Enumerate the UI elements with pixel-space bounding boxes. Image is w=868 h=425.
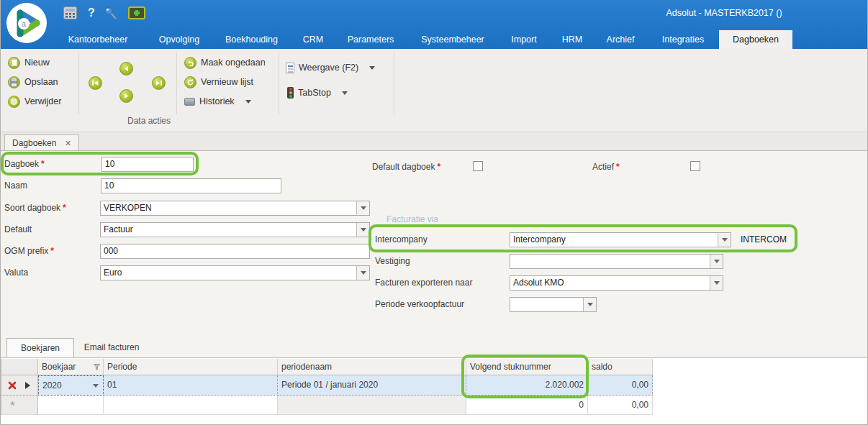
close-tab-icon[interactable]: × bbox=[65, 137, 71, 149]
save-icon bbox=[8, 76, 20, 88]
dropdown-arrow-icon[interactable] bbox=[90, 376, 101, 395]
ribbon-separator bbox=[78, 52, 79, 114]
dropdown-arrow-icon[interactable] bbox=[356, 201, 369, 215]
menu-item-hrm[interactable]: HRM bbox=[559, 30, 586, 49]
undo-button[interactable]: Maak ongedaan bbox=[184, 55, 266, 70]
form-panel: Dagboek* 10 Naam 10 Soort dagboek* VERKO… bbox=[1, 150, 868, 357]
ribbon-separator bbox=[279, 52, 279, 114]
grid-newrow-boekjaar[interactable] bbox=[38, 396, 104, 415]
menu-item-dagboeken[interactable]: Dagboeken bbox=[719, 30, 792, 49]
dropdown-arrow-icon[interactable] bbox=[710, 255, 723, 268]
menu-item-kantoorbeheer[interactable]: Kantoorbeheer bbox=[62, 30, 134, 49]
facturen-exporteren-select[interactable]: Adsolut KMO bbox=[510, 275, 723, 291]
menu-item-opvolging[interactable]: Opvolging bbox=[153, 30, 206, 49]
calculator-icon[interactable] bbox=[61, 4, 78, 22]
previous-record-button[interactable] bbox=[119, 62, 133, 76]
menu-item-boekhouding[interactable]: Boekhouding bbox=[221, 30, 282, 49]
next-record-button[interactable] bbox=[119, 89, 133, 103]
delete-row-icon[interactable] bbox=[8, 381, 17, 390]
dagboek-input[interactable]: 10 bbox=[101, 157, 194, 172]
new-button[interactable]: Nieuw bbox=[8, 55, 50, 70]
menu-item-crm[interactable]: CRM bbox=[300, 30, 326, 49]
valuta-select[interactable]: Euro bbox=[100, 265, 370, 280]
grid-cell-boekjaar[interactable]: 2020 bbox=[38, 375, 104, 396]
dropdown-arrow-icon[interactable] bbox=[710, 276, 723, 290]
history-button[interactable]: Historiek bbox=[184, 94, 251, 109]
grid-header-volgend-stuknummer[interactable]: Volgend stuknummer bbox=[466, 359, 588, 375]
naam-label: Naam bbox=[4, 178, 27, 193]
refresh-icon bbox=[184, 76, 196, 88]
undo-icon bbox=[184, 57, 196, 69]
svg-text:a: a bbox=[22, 19, 27, 28]
app-logo-icon: a bbox=[6, 3, 47, 43]
grid-header-periodenaam[interactable]: periodenaam bbox=[278, 359, 466, 375]
grid-header-periode[interactable]: Periode bbox=[104, 359, 278, 375]
menu-item-parameters[interactable]: Parameters bbox=[344, 30, 397, 49]
chevron-down-icon bbox=[245, 100, 251, 106]
menu-item-systeembeheer[interactable]: Systeembeheer bbox=[420, 30, 486, 49]
first-record-button[interactable] bbox=[89, 76, 102, 90]
grid-newrow-volgend-stuknummer[interactable]: 0 bbox=[466, 396, 588, 415]
last-record-button[interactable] bbox=[152, 76, 166, 90]
default-select[interactable]: Factuur bbox=[100, 222, 370, 237]
vestiging-label: Vestiging bbox=[375, 254, 410, 269]
ribbon-separator bbox=[176, 52, 177, 114]
ribbon-group-label: Data acties bbox=[109, 116, 189, 126]
grid-header-boekjaar[interactable]: Boekjaar bbox=[38, 359, 104, 375]
grid-selector-header bbox=[1, 359, 38, 375]
periode-verkoopfactuur-select[interactable] bbox=[510, 297, 597, 312]
title-bar: a ? Adsolut bbox=[1, 0, 868, 49]
valuta-label: Valuta bbox=[4, 265, 28, 280]
dropdown-arrow-icon[interactable] bbox=[356, 266, 369, 280]
current-row-indicator-icon bbox=[25, 382, 34, 389]
grid-newrow-selector: * bbox=[1, 396, 38, 415]
dropdown-arrow-icon[interactable] bbox=[356, 223, 369, 237]
grid-row1-selector bbox=[1, 375, 38, 396]
grid-cell-saldo[interactable]: 0,00 bbox=[588, 375, 653, 396]
grid-header-saldo[interactable]: saldo bbox=[588, 359, 653, 375]
grid-cell-periode[interactable]: 01 bbox=[104, 375, 278, 396]
soort-dagboek-select[interactable]: VERKOPEN bbox=[100, 201, 370, 216]
ogm-prefix-label: OGM prefix* bbox=[4, 244, 54, 259]
menu-item-archief[interactable]: Archief bbox=[600, 30, 641, 49]
new-icon bbox=[8, 57, 20, 69]
tabstop-button[interactable]: TabStop bbox=[287, 86, 348, 100]
dropdown-arrow-icon[interactable] bbox=[718, 233, 731, 247]
menu-item-integraties[interactable]: Integraties bbox=[656, 30, 710, 49]
default-label: Default bbox=[4, 222, 32, 237]
vestiging-select[interactable] bbox=[510, 254, 723, 269]
grid-cell-periodenaam[interactable]: Periode 01 / januari 2020 bbox=[278, 375, 466, 396]
screen-add-icon[interactable] bbox=[128, 4, 145, 22]
tab-boekjaren[interactable]: Boekjaren bbox=[6, 338, 74, 357]
actief-label: Actief* bbox=[592, 160, 620, 175]
ogm-prefix-input[interactable]: 000 bbox=[100, 244, 370, 259]
help-icon[interactable]: ? bbox=[83, 4, 100, 22]
delete-button[interactable]: Verwijder bbox=[8, 94, 61, 109]
grid-newrow-periode[interactable] bbox=[104, 396, 278, 415]
window-title: Adsolut - MASTERKB2017 () bbox=[620, 8, 828, 18]
tab-email-facturen[interactable]: Email facturen bbox=[76, 338, 148, 357]
grid-newrow-periodenaam[interactable] bbox=[278, 396, 466, 415]
dropdown-arrow-icon[interactable] bbox=[583, 298, 596, 311]
pin-icon[interactable] bbox=[102, 4, 119, 22]
naam-input[interactable]: 10 bbox=[101, 178, 281, 193]
grid-newrow-saldo[interactable]: 0,00 bbox=[588, 396, 653, 415]
tab-dagboeken[interactable]: Dagboeken × bbox=[4, 134, 79, 151]
periode-verkoopfactuur-label: Periode verkoopfactuur bbox=[375, 297, 464, 312]
refresh-button[interactable]: Vernieuw lijst bbox=[184, 75, 253, 89]
save-button[interactable]: Opslaan bbox=[8, 75, 58, 89]
app-window: a ? Adsolut bbox=[0, 0, 868, 425]
menu-item-import[interactable]: Import bbox=[507, 30, 541, 49]
document-tab-strip: Dagboeken × bbox=[1, 132, 868, 151]
new-row-icon: * bbox=[10, 397, 15, 415]
default-dagboek-checkbox[interactable] bbox=[473, 161, 483, 171]
filter-icon[interactable] bbox=[94, 364, 100, 370]
intercompany-label: Intercompany bbox=[375, 232, 428, 247]
actief-checkbox[interactable] bbox=[690, 161, 700, 171]
boekjaren-grid-panel: Boekjaar Periode periodenaam Volgend stu… bbox=[1, 357, 868, 425]
grid-cell-volgend-stuknummer[interactable]: 2.020.002 bbox=[466, 375, 588, 396]
intercompany-select[interactable]: Intercompany bbox=[510, 232, 731, 247]
chevron-down-icon bbox=[342, 91, 348, 98]
delete-icon bbox=[8, 96, 20, 108]
view-button[interactable]: Weergave (F2) bbox=[286, 60, 375, 75]
